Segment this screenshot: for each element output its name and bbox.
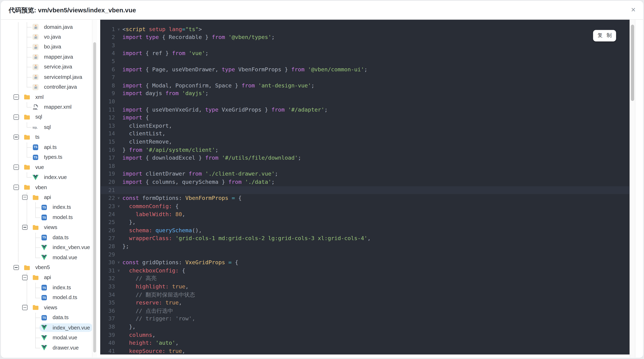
- tree-item-model.ts[interactable]: TSmodel.ts: [1, 212, 92, 222]
- tree-item-domain.java[interactable]: domain.java: [1, 22, 92, 32]
- tree-item-data.ts[interactable]: TSdata.ts: [1, 232, 92, 242]
- tree-item-serviceImpl.java[interactable]: serviceImpl.java: [1, 72, 92, 82]
- tree-connector-line: [35, 318, 40, 318]
- tree-item-data.ts[interactable]: TSdata.ts: [1, 313, 92, 323]
- code-text: reserve: true,: [122, 299, 182, 307]
- tree-item-index_vben.vue[interactable]: index_vben.vue: [1, 323, 92, 333]
- collapse-toggle-icon[interactable]: [14, 165, 19, 170]
- tree-item-modal.vue[interactable]: modal.vue: [1, 253, 92, 263]
- tree-item-label: modal.vue: [52, 333, 77, 343]
- vue-icon: [41, 244, 47, 251]
- tree-item-drawer.vue[interactable]: drawer.vue: [1, 343, 92, 353]
- vue-icon: [41, 325, 47, 331]
- tree-connector-line: [35, 328, 40, 328]
- fold-gutter: [115, 323, 122, 331]
- dialog: 代码预览: vm/vben5/views/index_vben.vue × do…: [0, 0, 644, 358]
- close-icon[interactable]: ×: [627, 1, 640, 19]
- line-number: 40: [100, 339, 115, 347]
- tree-item-xml[interactable]: xml: [1, 92, 92, 102]
- line-number: 11: [100, 106, 115, 114]
- tree-item-label: views: [44, 303, 58, 313]
- tree-item-index.ts[interactable]: TSindex.ts: [1, 283, 92, 293]
- tree-item-bo.java[interactable]: bo.java: [1, 42, 92, 52]
- code-line: 24 labelWidth: 80,: [100, 210, 630, 218]
- tree-item-vue[interactable]: vue: [1, 162, 92, 172]
- tree-item-service.java[interactable]: service.java: [1, 62, 92, 72]
- fold-chevron-icon[interactable]: ∨: [115, 25, 122, 33]
- fold-chevron-icon[interactable]: ∨: [115, 202, 122, 210]
- tree-item-label: xml: [35, 92, 44, 102]
- code-line: 35 reserve: true,: [100, 299, 630, 307]
- tree-item-api[interactable]: api: [1, 192, 92, 202]
- code-text: import { Modal, Popconfirm, Space } from…: [122, 81, 314, 90]
- code-text: // 翻页时保留选中状态: [122, 291, 195, 299]
- tree-item-label: model.d.ts: [52, 293, 77, 303]
- collapse-toggle-icon[interactable]: [14, 114, 19, 120]
- fold-chevron-icon[interactable]: ∨: [115, 259, 122, 267]
- collapse-toggle-icon[interactable]: [14, 94, 19, 100]
- collapse-toggle-icon[interactable]: [14, 185, 19, 190]
- fold-gutter: [115, 275, 122, 283]
- tree-item-ts[interactable]: ts: [1, 132, 92, 142]
- tree-item-index_vben.vue[interactable]: index_vben.vue: [1, 243, 92, 253]
- tree-item-modal.vue[interactable]: modal.vue: [1, 333, 92, 343]
- tree-item-sql[interactable]: sql: [1, 112, 92, 122]
- tree-item-label: sql: [35, 112, 42, 122]
- tree-item-index.vue[interactable]: index.vue: [1, 172, 92, 182]
- line-number: 2: [100, 33, 115, 41]
- tree-guide-line: [35, 253, 36, 258]
- fold-gutter: [115, 41, 122, 49]
- tree-item-vben5[interactable]: vben5: [1, 263, 92, 273]
- tree-item-model.d.ts[interactable]: TSmodel.d.ts: [1, 293, 92, 303]
- code-line: 10: [100, 98, 630, 106]
- tree-guide-line: [18, 122, 18, 132]
- tree-item-api.ts[interactable]: TSapi.ts: [1, 142, 92, 152]
- collapse-toggle-icon[interactable]: [14, 135, 19, 140]
- code-line: 34 // 翻页时保留选中状态: [100, 291, 630, 299]
- fold-gutter: [115, 251, 122, 259]
- code-text: const gridOptions: VxeGridProps = {: [122, 259, 238, 267]
- tree-guide-line: [27, 212, 27, 222]
- tree-item-controller.java[interactable]: controller.java: [1, 82, 92, 92]
- code-line: 15 clientRemove,: [100, 138, 630, 146]
- vue-icon: [41, 345, 47, 351]
- java-icon: [32, 84, 38, 90]
- dialog-title: 代码预览: vm/vben5/views/index_vben.vue: [8, 1, 136, 19]
- code-text: // 高亮: [122, 275, 156, 283]
- tree-item-vo.java[interactable]: vo.java: [1, 32, 92, 42]
- tree-item-types.ts[interactable]: TStypes.ts: [1, 152, 92, 162]
- tree-item-mapper.java[interactable]: mapper.java: [1, 52, 92, 62]
- java-icon: [32, 34, 38, 40]
- copy-button[interactable]: 复 制: [593, 30, 616, 41]
- code-preview-modal: 代码预览: vm/vben5/views/index_vben.vue × do…: [0, 0, 644, 359]
- collapse-toggle-icon[interactable]: [22, 305, 27, 310]
- code-text: schema: querySchema(),: [122, 226, 202, 234]
- code-scrollbar-thumb[interactable]: [630, 25, 634, 101]
- collapse-toggle-icon[interactable]: [22, 195, 27, 200]
- tree-connector-line: [27, 57, 32, 57]
- tree-item-mapper.xml[interactable]: XMLmapper.xml: [1, 102, 92, 112]
- line-number: 15: [100, 138, 115, 146]
- tree-item-index.ts[interactable]: TSindex.ts: [1, 202, 92, 212]
- tree-item-sql[interactable]: SQLsql: [1, 122, 92, 132]
- tree-guide-line: [18, 42, 18, 52]
- fold-chevron-icon[interactable]: ∨: [115, 194, 122, 202]
- collapse-toggle-icon[interactable]: [14, 265, 19, 270]
- folder-icon: [32, 194, 38, 200]
- code-text: clientList,: [122, 130, 166, 138]
- tree-scrollbar-thumb[interactable]: [93, 42, 96, 353]
- tree-item-label: api: [44, 192, 51, 202]
- tree-item-label: bo.java: [44, 42, 61, 52]
- line-number: 39: [100, 331, 115, 339]
- fold-gutter: [115, 154, 122, 162]
- collapse-toggle-icon[interactable]: [22, 275, 27, 280]
- tree-item-vben[interactable]: vben: [1, 182, 92, 192]
- tree-item-views[interactable]: views: [1, 222, 92, 232]
- tree-item-label: index.ts: [52, 283, 71, 293]
- tree-item-api[interactable]: api: [1, 273, 92, 283]
- collapse-toggle-icon[interactable]: [22, 225, 27, 230]
- code-text: } from '#/api/system/client';: [122, 146, 218, 154]
- fold-gutter: [115, 65, 122, 73]
- tree-item-views[interactable]: views: [1, 303, 92, 313]
- fold-chevron-icon[interactable]: ∨: [115, 267, 122, 275]
